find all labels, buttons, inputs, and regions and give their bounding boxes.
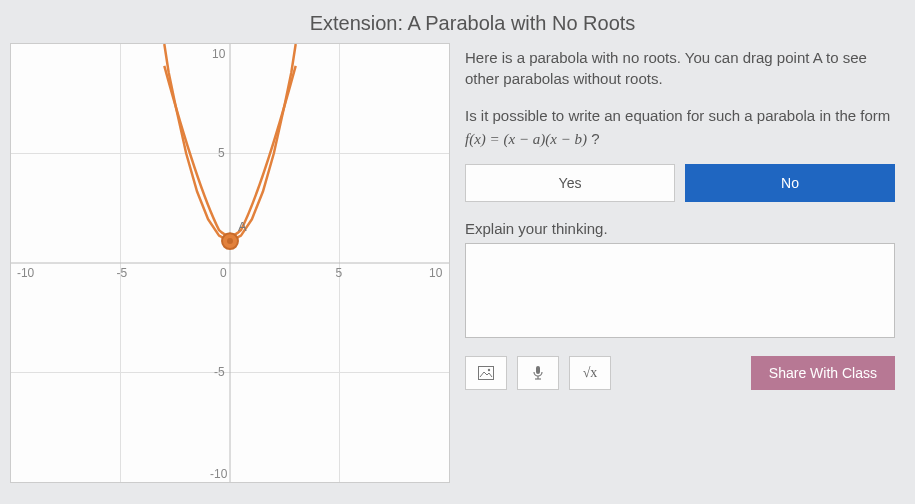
ytick-10: 10 (212, 47, 226, 61)
math-tool-button[interactable]: √x (569, 356, 611, 390)
graph-panel[interactable]: -10 -5 0 5 10 -10 -5 5 10 A (10, 43, 450, 483)
explain-label: Explain your thinking. (465, 220, 895, 237)
toolbar-row: √x Share With Class (465, 356, 895, 390)
yes-button[interactable]: Yes (465, 164, 675, 202)
question-prefix: Is it possible to write an equation for … (465, 107, 890, 124)
mic-tool-button[interactable] (517, 356, 559, 390)
image-icon (478, 366, 494, 380)
sqrt-icon: √x (583, 365, 598, 381)
main-container: -10 -5 0 5 10 -10 -5 5 10 A Here is a pa… (0, 43, 915, 483)
right-panel: Here is a parabola with no roots. You ca… (465, 43, 905, 483)
ytick-neg5: -5 (214, 365, 225, 379)
xtick-5: 5 (336, 266, 343, 280)
xtick-neg10: -10 (17, 266, 35, 280)
xtick-0: 0 (220, 266, 227, 280)
svg-point-5 (488, 369, 490, 371)
intro-text: Here is a parabola with no roots. You ca… (465, 47, 895, 89)
image-tool-button[interactable] (465, 356, 507, 390)
ytick-5: 5 (218, 146, 225, 160)
no-button[interactable]: No (685, 164, 895, 202)
question-math: f(x) = (x − a)(x − b) (465, 131, 587, 147)
mic-icon (532, 365, 544, 381)
page-title: Extension: A Parabola with No Roots (30, 0, 915, 43)
graph-svg: -10 -5 0 5 10 -10 -5 5 10 A (11, 44, 449, 482)
share-button[interactable]: Share With Class (751, 356, 895, 390)
xtick-neg5: -5 (117, 266, 128, 280)
xtick-10: 10 (429, 266, 443, 280)
ytick-neg10: -10 (210, 467, 228, 481)
question-suffix: ? (587, 130, 600, 147)
svg-rect-6 (536, 366, 540, 374)
point-a-label: A (238, 219, 247, 234)
point-a-inner (227, 238, 233, 244)
choice-row: Yes No (465, 164, 895, 202)
explain-input[interactable] (465, 243, 895, 338)
question-text: Is it possible to write an equation for … (465, 105, 895, 150)
svg-rect-4 (479, 367, 494, 380)
